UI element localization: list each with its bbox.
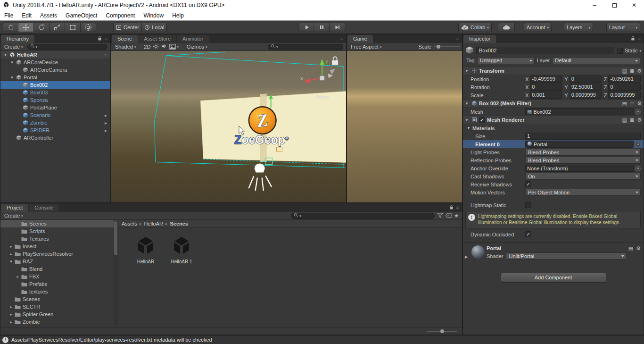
menu-component[interactable]: Component bbox=[101, 10, 139, 20]
pane-menu-icon[interactable]: ≡ bbox=[456, 205, 459, 210]
foldout-icon[interactable]: ▼ bbox=[467, 126, 472, 130]
project-folder-playservicesresolver[interactable]: ▸PlayServicesResolver bbox=[0, 250, 118, 258]
pane-menu-icon[interactable]: ≡ bbox=[340, 36, 343, 42]
shading-mode-dropdown[interactable]: Shaded▾ bbox=[113, 44, 138, 50]
toggle-2d-button[interactable]: 2D bbox=[144, 44, 150, 50]
material-preview-sphere[interactable] bbox=[471, 245, 485, 259]
hierarchy-item-sponza[interactable]: Sponza bbox=[0, 96, 110, 104]
rotation-z-field[interactable]: 0 bbox=[608, 84, 641, 91]
layout-dropdown[interactable]: Layout▾ bbox=[606, 23, 640, 32]
project-folder-insect[interactable]: ▸Insect bbox=[0, 243, 118, 250]
element0-field[interactable]: Portal bbox=[525, 141, 634, 148]
object-picker-icon[interactable] bbox=[635, 109, 641, 115]
project-search-input[interactable]: ▾ bbox=[291, 213, 435, 219]
foldout-icon[interactable]: ▸ bbox=[8, 320, 14, 324]
add-component-button[interactable]: Add Component bbox=[501, 273, 606, 283]
aspect-dropdown[interactable]: Free Aspect▾ bbox=[349, 44, 383, 50]
icon-size-slider[interactable] bbox=[427, 331, 457, 332]
anchor-override-field[interactable]: None (Transform) bbox=[525, 165, 634, 172]
transform-tool-button[interactable] bbox=[81, 23, 96, 32]
lighting-toggle-icon[interactable] bbox=[153, 43, 159, 50]
hierarchy-item-zombie[interactable]: Zombie▸ bbox=[0, 119, 110, 126]
preset-icon[interactable]: ≣ bbox=[630, 68, 634, 74]
search-filter-arrow-icon[interactable]: ▾ bbox=[276, 45, 278, 49]
project-folder-raz[interactable]: ▼RAZ bbox=[0, 258, 118, 265]
gear-icon[interactable]: ⚙ bbox=[637, 101, 642, 107]
foldout-icon[interactable]: ▼ bbox=[465, 101, 470, 106]
reference-icon[interactable]: ▤ bbox=[622, 68, 627, 74]
position-z-field[interactable]: -0.050261 bbox=[608, 76, 641, 83]
mesh-renderer-enabled-checkbox[interactable]: ✓ bbox=[479, 117, 485, 123]
project-folder-scenes[interactable]: Scenes bbox=[0, 220, 118, 227]
mesh-filter-component-header[interactable]: ▼ Box 002 (Mesh Filter) ▤≣⚙ bbox=[463, 99, 644, 108]
prefab-open-arrow-icon[interactable]: ▸ bbox=[105, 120, 109, 126]
minimize-button[interactable]: – bbox=[585, 0, 604, 10]
cast-shadows-dropdown[interactable]: On bbox=[525, 173, 641, 180]
motion-vectors-dropdown[interactable]: Per Object Motion bbox=[525, 189, 641, 196]
scale-z-field[interactable]: 0.0009999 bbox=[608, 92, 641, 99]
maximize-button[interactable] bbox=[604, 0, 624, 10]
account-dropdown[interactable]: Account▾ bbox=[524, 23, 552, 32]
crumb-assets[interactable]: Assets bbox=[122, 221, 137, 227]
lightmap-static-checkbox[interactable] bbox=[525, 202, 531, 208]
reference-icon[interactable]: ▤ bbox=[628, 245, 633, 252]
receive-shadows-checkbox[interactable]: ✓ bbox=[525, 181, 531, 187]
foldout-icon[interactable]: ▸ bbox=[8, 312, 14, 317]
foldout-icon[interactable]: ▼ bbox=[2, 53, 8, 57]
foldout-icon[interactable]: ▼ bbox=[9, 60, 15, 65]
search-filter-arrow-icon[interactable]: ▾ bbox=[36, 45, 38, 49]
hierarchy-item-arcorecamera[interactable]: ARCoreCamera bbox=[0, 66, 110, 74]
pane-menu-icon[interactable]: ≡ bbox=[105, 36, 107, 42]
foldout-icon[interactable]: ▼ bbox=[8, 260, 14, 264]
size-field[interactable]: 1 bbox=[525, 133, 641, 140]
menu-help[interactable]: Help bbox=[168, 10, 188, 20]
light-probes-dropdown[interactable]: Blend Probes bbox=[525, 149, 641, 156]
project-folder-textures[interactable]: textures bbox=[0, 288, 118, 295]
prefab-open-arrow-icon[interactable]: ▸ bbox=[105, 128, 109, 133]
foldout-icon[interactable]: ▼ bbox=[9, 76, 15, 80]
pane-menu-icon[interactable]: ≡ bbox=[638, 36, 641, 42]
move-tool-button[interactable] bbox=[18, 23, 34, 32]
hierarchy-item-portalplane[interactable]: PortalPlane bbox=[0, 104, 110, 111]
foldout-icon[interactable]: ▸ bbox=[15, 275, 21, 279]
project-folder-sectr[interactable]: ▸SECTR bbox=[0, 303, 118, 310]
scale-tool-button[interactable] bbox=[50, 23, 65, 32]
asset-helloar-1[interactable]: HelloAR 1 bbox=[166, 235, 197, 264]
object-picker-icon[interactable] bbox=[635, 166, 641, 171]
hierarchy-item-portal[interactable]: ▼Portal bbox=[0, 74, 110, 81]
position-x-field[interactable]: -0.499999 bbox=[530, 76, 562, 83]
reference-icon[interactable]: ▤ bbox=[622, 117, 627, 123]
scene-menu-icon[interactable]: ≡ bbox=[104, 52, 109, 58]
hierarchy-item-spider[interactable]: SPIDER▸ bbox=[0, 126, 110, 134]
project-folder-spider-green[interactable]: ▸Spider Green bbox=[0, 310, 118, 318]
game-viewport[interactable] bbox=[347, 51, 462, 202]
rect-tool-button[interactable] bbox=[65, 23, 81, 32]
prefab-open-arrow-icon[interactable]: ▸ bbox=[105, 113, 109, 118]
cloud-button[interactable] bbox=[498, 23, 515, 32]
project-folder-textures[interactable]: Textures bbox=[0, 235, 118, 243]
layer-dropdown[interactable]: Default bbox=[552, 57, 640, 64]
dynamic-occluded-checkbox[interactable]: ✓ bbox=[525, 231, 531, 237]
pan-tool-button[interactable] bbox=[3, 23, 18, 32]
material-foldout-icon[interactable]: ▶ bbox=[465, 245, 470, 260]
hierarchy-item-box003[interactable]: Box003 bbox=[0, 89, 110, 96]
foldout-icon[interactable]: ▼ bbox=[465, 69, 470, 73]
tab-console[interactable]: Console bbox=[29, 204, 59, 212]
project-folder-scripts[interactable]: Scripts bbox=[0, 227, 118, 235]
materials-foldout[interactable]: ▼ Materials bbox=[463, 124, 644, 132]
tab-hierarchy[interactable]: Hierarchy bbox=[1, 35, 34, 43]
gizmos-dropdown[interactable]: Gizmos▾ bbox=[185, 44, 209, 50]
tab-game[interactable]: Game bbox=[347, 35, 373, 43]
hierarchy-create-button[interactable]: Create▾ bbox=[2, 44, 25, 50]
play-button[interactable] bbox=[299, 23, 314, 32]
project-folder-blend[interactable]: Blend bbox=[0, 265, 118, 273]
lock-icon[interactable] bbox=[98, 36, 102, 42]
tab-asset-store[interactable]: Asset Store bbox=[138, 35, 176, 43]
hierarchy-item-helloar[interactable]: ▼HelloAR≡ bbox=[0, 51, 110, 59]
search-filter-arrow-icon[interactable]: ▾ bbox=[299, 214, 301, 218]
project-folder-scenes[interactable]: Scenes bbox=[0, 295, 118, 303]
hierarchy-search-input[interactable]: ▾ bbox=[27, 44, 107, 50]
collab-button[interactable]: Collab▾ bbox=[458, 23, 492, 32]
pause-button[interactable] bbox=[314, 23, 330, 32]
foldout-icon[interactable]: ▸ bbox=[8, 305, 14, 309]
